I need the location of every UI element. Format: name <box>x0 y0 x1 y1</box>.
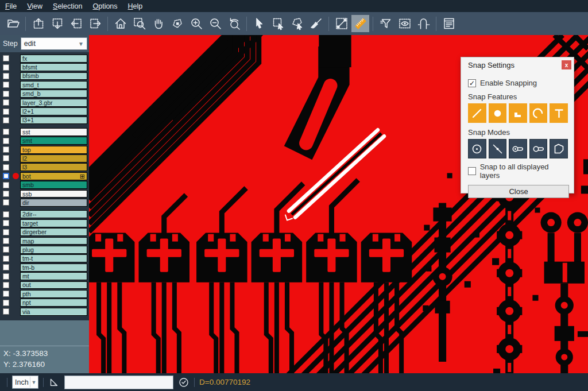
layer-name-bar[interactable]: tm-t <box>20 254 87 262</box>
layer-name-bar[interactable]: smd_t <box>20 81 87 89</box>
pan-hand-button[interactable] <box>149 15 167 32</box>
step-select[interactable]: edit ▼ <box>21 37 87 50</box>
layer-name-bar[interactable]: bfsmb <box>20 72 87 80</box>
layer-name-bar[interactable]: smt <box>20 137 87 145</box>
apply-check-icon[interactable] <box>178 377 189 388</box>
menu-item-view[interactable]: View <box>22 1 48 11</box>
layer-visibility-checkbox[interactable] <box>3 138 9 144</box>
layer-name-bar[interactable]: out <box>20 281 87 289</box>
report-form-button[interactable] <box>440 15 458 32</box>
layer-name-bar[interactable]: dirgerber <box>20 228 87 236</box>
route-path-button[interactable] <box>415 15 432 32</box>
layer-visibility-checkbox[interactable] <box>3 273 9 280</box>
measure-line-button[interactable] <box>332 15 350 32</box>
measure-ruler-button[interactable] <box>351 15 369 32</box>
mode-origin-button[interactable] <box>529 139 548 158</box>
layer-visibility-checkbox[interactable] <box>3 291 9 297</box>
visibility-eye-button[interactable] <box>396 15 413 32</box>
measure-value-input[interactable] <box>64 375 173 389</box>
layer-name-bar[interactable]: smd_b <box>20 90 87 98</box>
layer-name-bar[interactable]: top <box>20 146 87 154</box>
layer-visibility-checkbox[interactable] <box>3 117 9 123</box>
layer-name-bar[interactable]: dir <box>20 199 87 207</box>
zoom-polygon-button[interactable] <box>168 15 186 32</box>
snap-line-button[interactable] <box>468 103 486 123</box>
layer-name-bar[interactable]: layer_3.gbr <box>20 99 87 107</box>
layer-name-bar[interactable]: bot⊞ <box>20 172 87 180</box>
snap-surface-button[interactable] <box>509 103 527 123</box>
dialog-close-icon[interactable]: x <box>562 60 571 69</box>
snap-text-button[interactable] <box>550 103 568 123</box>
pan-up-button[interactable] <box>29 15 47 32</box>
snap-pad-button[interactable] <box>489 103 507 123</box>
layer-name-bar[interactable]: l2 <box>20 154 87 162</box>
snap-all-layers-checkbox[interactable] <box>468 167 476 175</box>
layer-visibility-checkbox[interactable] <box>3 55 9 61</box>
layer-visibility-checkbox[interactable] <box>3 238 9 244</box>
clean-brush-button[interactable] <box>307 15 325 32</box>
pcb-canvas-viewport[interactable]: Snap Settings x ✓ Enable Snapping Snap F… <box>89 35 588 373</box>
layer-name-bar[interactable]: tm-b <box>20 264 87 272</box>
enable-snapping-checkbox[interactable]: ✓ <box>468 79 476 87</box>
layer-visibility-checkbox[interactable] <box>3 255 9 262</box>
layer-visibility-checkbox[interactable] <box>3 246 9 253</box>
home-button[interactable] <box>111 15 129 32</box>
dialog-title-bar[interactable]: Snap Settings x <box>461 57 574 71</box>
layer-name-bar[interactable]: npt <box>20 299 87 307</box>
layer-visibility-checkbox[interactable] <box>3 91 9 97</box>
open-folder-button[interactable] <box>4 15 22 32</box>
dialog-close-button[interactable]: Close <box>468 185 569 198</box>
layer-visibility-checkbox[interactable] <box>3 173 9 179</box>
select-polygon-button[interactable] <box>288 15 306 32</box>
pan-down-button[interactable] <box>48 15 66 32</box>
mode-center-button[interactable] <box>468 139 486 158</box>
filter-funnel-button[interactable] <box>377 15 394 32</box>
layer-name-bar[interactable]: sst <box>20 128 87 136</box>
layer-grid-icon[interactable]: ⊞ <box>80 173 85 179</box>
layer-visibility-checkbox[interactable] <box>3 308 9 315</box>
layer-visibility-checkbox[interactable] <box>3 220 9 226</box>
layer-visibility-checkbox[interactable] <box>3 182 9 188</box>
layer-visibility-checkbox[interactable] <box>3 211 9 218</box>
layer-visibility-checkbox[interactable] <box>3 109 9 115</box>
zoom-out-button[interactable] <box>206 15 224 32</box>
layer-visibility-checkbox[interactable] <box>3 99 9 106</box>
layer-name-bar[interactable]: l2+1 <box>20 107 87 115</box>
layer-name-bar[interactable]: target <box>20 219 87 227</box>
layer-visibility-checkbox[interactable] <box>3 146 9 153</box>
select-rectangle-button[interactable] <box>269 15 287 32</box>
layer-visibility-checkbox[interactable] <box>3 73 9 79</box>
layer-name-bar[interactable]: via <box>20 308 87 316</box>
pan-left-button[interactable] <box>67 15 85 32</box>
zoom-previous-button[interactable] <box>225 15 243 32</box>
layer-name-bar[interactable]: plug <box>20 246 87 254</box>
layer-visibility-checkbox[interactable] <box>3 82 9 88</box>
zoom-in-button[interactable] <box>187 15 205 32</box>
layer-visibility-checkbox[interactable] <box>3 300 9 306</box>
layer-name-bar[interactable]: bfsmt <box>20 63 87 71</box>
mode-online-button[interactable] <box>489 139 507 158</box>
layer-visibility-checkbox[interactable] <box>3 129 9 135</box>
layer-visibility-checkbox[interactable] <box>3 264 9 270</box>
menu-item-help[interactable]: Help <box>123 1 148 11</box>
layer-name-bar[interactable]: pth <box>20 290 87 298</box>
layer-name-bar[interactable]: map <box>20 237 87 245</box>
layer-visibility-checkbox[interactable] <box>3 164 9 171</box>
unit-select[interactable]: Inch ▼ <box>12 375 38 389</box>
layer-name-bar[interactable]: ssb <box>20 190 87 198</box>
mode-corner-button[interactable] <box>550 139 568 158</box>
mode-end-button[interactable] <box>509 139 527 158</box>
layer-name-bar[interactable]: l3+1 <box>20 117 87 125</box>
layer-name-bar[interactable]: smb <box>20 181 87 189</box>
layer-visibility-checkbox[interactable] <box>3 191 9 197</box>
menu-item-file[interactable]: File <box>0 1 22 11</box>
select-arrow-button[interactable] <box>250 15 268 32</box>
layer-name-bar[interactable]: 2dir-- <box>20 210 87 218</box>
pan-right-button[interactable] <box>86 15 104 32</box>
layer-name-bar[interactable]: fx <box>20 55 87 63</box>
layer-visibility-checkbox[interactable] <box>3 282 9 288</box>
layer-visibility-checkbox[interactable] <box>3 229 9 235</box>
layer-visibility-checkbox[interactable] <box>3 64 9 71</box>
layer-name-bar[interactable]: mt <box>20 272 87 280</box>
menu-item-options[interactable]: Options <box>87 1 122 11</box>
